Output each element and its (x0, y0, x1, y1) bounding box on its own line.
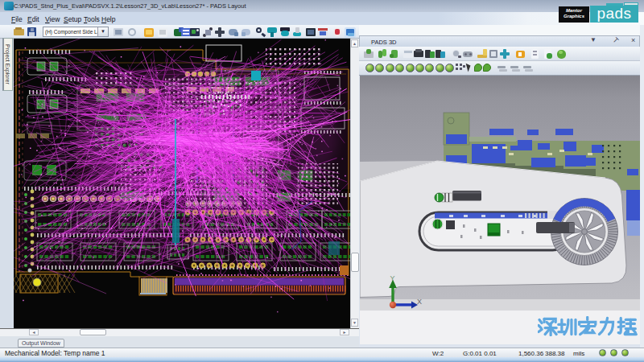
svg-text:Y: Y (390, 274, 395, 282)
svg-text:X: X (417, 298, 422, 306)
